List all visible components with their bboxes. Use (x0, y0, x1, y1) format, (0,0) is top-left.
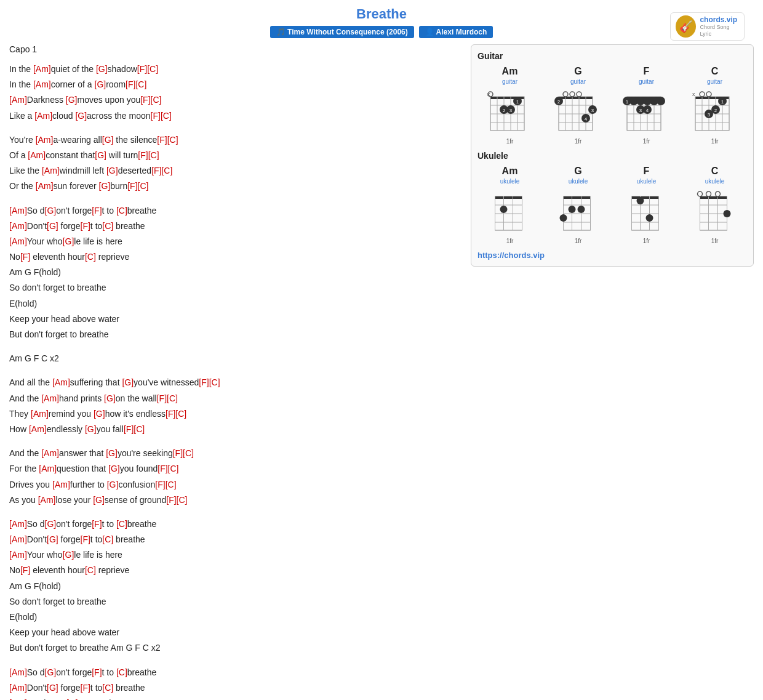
chord-c[interactable]: [C] (151, 95, 162, 105)
chord-f[interactable]: [F] (151, 166, 161, 175)
chord-f[interactable]: [F] (92, 667, 102, 677)
chord-c[interactable]: [C] (138, 181, 149, 191)
chord-f[interactable]: [F] (126, 79, 135, 89)
chord-am[interactable]: [Am] (39, 464, 57, 473)
chord-g[interactable]: [G] (63, 550, 74, 560)
logo-box[interactable]: 🎸 chords.vip Chord Song Lyric (670, 12, 745, 41)
chord-c[interactable]: [C] (167, 135, 178, 145)
chord-am[interactable]: [Am] (38, 495, 56, 505)
chord-g[interactable]: [G] (95, 150, 106, 160)
chord-f[interactable]: [F] (81, 534, 90, 544)
chord-am[interactable]: [Am] (52, 480, 70, 489)
chord-am[interactable]: [Am] (9, 236, 27, 246)
chord-g[interactable]: [G] (102, 135, 114, 145)
chord-g[interactable]: [G] (66, 95, 78, 105)
chord-f[interactable]: [F] (92, 519, 102, 529)
chord-am[interactable]: [Am] (9, 206, 27, 215)
chord-g[interactable]: [G] (85, 424, 97, 434)
chord-am[interactable]: [Am] (9, 550, 27, 560)
chord-g[interactable]: [G] (45, 519, 57, 529)
chord-am[interactable]: [Am] (42, 166, 60, 175)
chord-am[interactable]: [Am] (52, 377, 70, 387)
chord-c[interactable]: [C] (183, 448, 194, 458)
chord-c[interactable]: [C] (102, 221, 113, 231)
chord-f[interactable]: [F] (81, 221, 90, 231)
chord-f[interactable]: [F] (151, 111, 161, 121)
chord-f[interactable]: [F] (166, 409, 175, 419)
chord-am[interactable]: [Am] (9, 667, 27, 677)
chord-c[interactable]: [C] (102, 534, 113, 544)
chord-type-guitar[interactable]: guitar (707, 78, 722, 85)
chord-f[interactable]: [F] (20, 565, 30, 575)
chord-c[interactable]: [C] (175, 409, 186, 419)
chord-f[interactable]: [F] (173, 448, 183, 458)
chord-am[interactable]: [Am] (9, 221, 27, 231)
chord-am[interactable]: [Am] (33, 64, 51, 74)
chord-c[interactable]: [C] (148, 150, 159, 160)
chord-g[interactable]: [G] (47, 221, 58, 231)
chord-am[interactable]: [Am] (41, 393, 59, 403)
chord-type-ukulele[interactable]: ukulele (500, 178, 520, 185)
chord-g[interactable]: [G] (104, 393, 116, 403)
chord-f[interactable]: [F] (140, 95, 150, 105)
chord-f[interactable]: [F] (166, 495, 176, 505)
chord-f[interactable]: [F] (137, 64, 147, 74)
chord-am[interactable]: [Am] (31, 409, 49, 419)
chord-g[interactable]: [G] (45, 206, 57, 215)
chord-g[interactable]: [G] (75, 111, 87, 121)
chord-g[interactable]: [G] (106, 166, 118, 175)
chord-f[interactable]: [F] (81, 683, 90, 693)
chord-am[interactable]: [Am] (33, 79, 51, 89)
chord-c[interactable]: [C] (167, 393, 178, 403)
chord-am[interactable]: [Am] (34, 111, 52, 121)
chord-am[interactable]: [Am] (36, 135, 54, 145)
chord-g[interactable]: [G] (108, 464, 120, 473)
chord-f[interactable]: [F] (92, 206, 102, 215)
chord-f[interactable]: [F] (158, 464, 167, 473)
chord-am[interactable]: [Am] (9, 534, 27, 544)
chords-panel-url[interactable]: https://chords.vip (477, 251, 747, 260)
chord-g[interactable]: [G] (63, 236, 74, 246)
chord-c[interactable]: [C] (166, 480, 177, 489)
chord-g[interactable]: [G] (122, 377, 134, 387)
album-badge[interactable]: 🎵 Time Without Consequence (2006) (270, 26, 414, 38)
artist-badge[interactable]: 👤 Alexi Murdoch (419, 26, 493, 38)
chord-g[interactable]: [G] (47, 683, 58, 693)
chord-c[interactable]: [C] (161, 166, 172, 175)
chord-type-ukulele[interactable]: ukulele (569, 178, 588, 185)
chord-am[interactable]: [Am] (9, 95, 27, 105)
chord-f[interactable]: [F] (138, 150, 148, 160)
chord-c[interactable]: [C] (116, 667, 127, 677)
chord-c[interactable]: [C] (135, 79, 146, 89)
chord-c[interactable]: [C] (147, 64, 158, 74)
chord-c[interactable]: [C] (177, 495, 188, 505)
chord-f[interactable]: [F] (127, 181, 137, 191)
chord-f[interactable]: [F] (124, 424, 134, 434)
chord-c[interactable]: [C] (116, 519, 127, 529)
chord-f[interactable]: [F] (20, 252, 30, 262)
chord-type-guitar[interactable]: guitar (502, 78, 517, 85)
chord-type-ukulele[interactable]: ukulele (637, 178, 657, 185)
chord-am[interactable]: [Am] (28, 150, 46, 160)
chord-am[interactable]: [Am] (9, 683, 27, 693)
chord-am[interactable]: [Am] (29, 424, 47, 434)
chord-type-guitar[interactable]: guitar (639, 78, 654, 85)
chord-type-ukulele[interactable]: ukulele (705, 178, 725, 185)
chord-c[interactable]: [C] (102, 683, 113, 693)
chord-c[interactable]: [C] (85, 252, 96, 262)
chord-am[interactable]: [Am] (36, 181, 54, 191)
chord-c[interactable]: [C] (116, 206, 127, 215)
chord-g[interactable]: [G] (96, 64, 108, 74)
chord-g[interactable]: [G] (99, 181, 111, 191)
chord-g[interactable]: [G] (45, 667, 57, 677)
chord-g[interactable]: [G] (94, 409, 105, 419)
chord-f[interactable]: [F] (199, 377, 209, 387)
chord-g[interactable]: [G] (107, 480, 119, 489)
chord-c[interactable]: [C] (168, 464, 179, 473)
chord-c[interactable]: [C] (134, 424, 145, 434)
chord-am[interactable]: [Am] (41, 448, 59, 458)
chord-c[interactable]: [C] (85, 565, 96, 575)
chord-g[interactable]: [G] (106, 448, 118, 458)
chord-c[interactable]: [C] (161, 111, 172, 121)
chord-am[interactable]: [Am] (9, 519, 27, 529)
